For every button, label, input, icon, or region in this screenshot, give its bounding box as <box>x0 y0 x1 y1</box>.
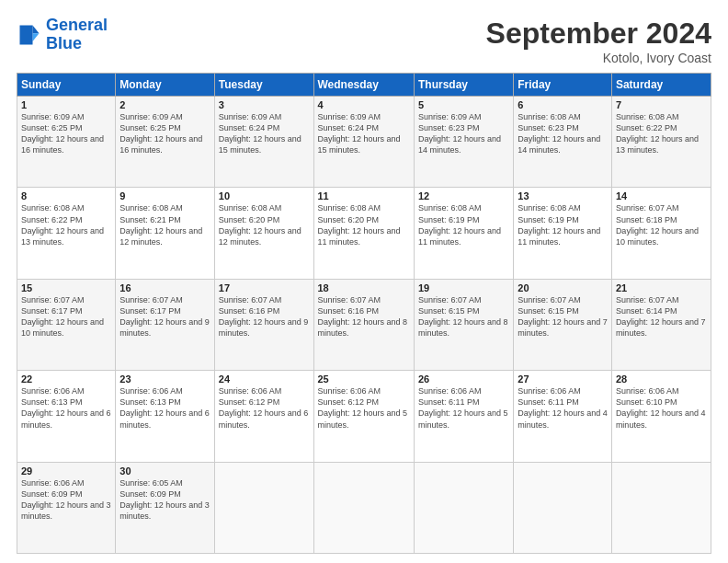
week-row-4: 22 Sunrise: 6:06 AM Sunset: 6:13 PM Dayl… <box>17 371 711 462</box>
day-cell: 27 Sunrise: 6:06 AM Sunset: 6:11 PM Dayl… <box>514 371 612 462</box>
logo-blue: Blue <box>46 34 82 52</box>
day-info: Sunrise: 6:09 AM Sunset: 6:23 PM Dayligh… <box>418 111 509 156</box>
day-number: 1 <box>21 99 111 110</box>
calendar-header: SundayMondayTuesdayWednesdayThursdayFrid… <box>17 74 711 97</box>
header-day-thursday: Thursday <box>414 74 513 97</box>
day-cell: 18 Sunrise: 6:07 AM Sunset: 6:16 PM Dayl… <box>313 279 414 370</box>
week-row-5: 29 Sunrise: 6:06 AM Sunset: 6:09 PM Dayl… <box>17 462 711 553</box>
day-info: Sunrise: 6:05 AM Sunset: 6:09 PM Dayligh… <box>119 477 210 523</box>
day-cell: 23 Sunrise: 6:06 AM Sunset: 6:13 PM Dayl… <box>116 371 214 462</box>
day-info: Sunrise: 6:08 AM Sunset: 6:22 PM Dayligh… <box>616 111 707 156</box>
day-cell: 14 Sunrise: 6:07 AM Sunset: 6:18 PM Dayl… <box>611 188 711 279</box>
day-number: 21 <box>616 282 707 293</box>
page: General Blue September 2024 Kotolo, Ivor… <box>0 0 728 563</box>
day-cell: 17 Sunrise: 6:07 AM Sunset: 6:16 PM Dayl… <box>214 279 313 370</box>
day-cell: 26 Sunrise: 6:06 AM Sunset: 6:11 PM Dayl… <box>414 371 513 462</box>
day-number: 16 <box>119 282 210 293</box>
day-cell <box>414 462 513 553</box>
day-cell <box>313 462 414 553</box>
day-number: 28 <box>616 373 707 385</box>
header-day-friday: Friday <box>514 74 612 97</box>
day-number: 9 <box>119 190 210 201</box>
header-day-sunday: Sunday <box>17 74 116 97</box>
day-cell: 12 Sunrise: 6:08 AM Sunset: 6:19 PM Dayl… <box>414 188 513 279</box>
day-info: Sunrise: 6:07 AM Sunset: 6:15 PM Dayligh… <box>418 294 509 339</box>
day-number: 15 <box>21 282 111 293</box>
day-cell: 13 Sunrise: 6:08 AM Sunset: 6:19 PM Dayl… <box>514 188 612 279</box>
day-number: 7 <box>616 99 707 110</box>
day-cell: 21 Sunrise: 6:07 AM Sunset: 6:14 PM Dayl… <box>611 279 711 370</box>
day-number: 24 <box>219 373 310 385</box>
day-info: Sunrise: 6:08 AM Sunset: 6:19 PM Dayligh… <box>418 202 509 247</box>
day-info: Sunrise: 6:06 AM Sunset: 6:10 PM Dayligh… <box>616 385 707 431</box>
week-row-2: 8 Sunrise: 6:08 AM Sunset: 6:22 PM Dayli… <box>17 188 711 279</box>
day-info: Sunrise: 6:07 AM Sunset: 6:17 PM Dayligh… <box>21 294 111 339</box>
svg-rect-2 <box>20 25 33 44</box>
title-block: September 2024 Kotolo, Ivory Coast <box>486 17 711 65</box>
day-cell: 5 Sunrise: 6:09 AM Sunset: 6:23 PM Dayli… <box>414 97 513 188</box>
day-info: Sunrise: 6:06 AM Sunset: 6:13 PM Dayligh… <box>119 385 210 431</box>
header-day-saturday: Saturday <box>611 74 711 97</box>
day-info: Sunrise: 6:09 AM Sunset: 6:24 PM Dayligh… <box>318 111 410 156</box>
day-cell: 22 Sunrise: 6:06 AM Sunset: 6:13 PM Dayl… <box>17 371 116 462</box>
day-info: Sunrise: 6:09 AM Sunset: 6:25 PM Dayligh… <box>119 111 210 156</box>
day-cell: 29 Sunrise: 6:06 AM Sunset: 6:09 PM Dayl… <box>17 462 116 553</box>
day-number: 10 <box>219 190 310 201</box>
day-number: 17 <box>219 282 310 293</box>
day-number: 20 <box>518 282 608 293</box>
day-cell: 24 Sunrise: 6:06 AM Sunset: 6:12 PM Dayl… <box>214 371 313 462</box>
day-cell: 30 Sunrise: 6:05 AM Sunset: 6:09 PM Dayl… <box>116 462 214 553</box>
calendar-body: 1 Sunrise: 6:09 AM Sunset: 6:25 PM Dayli… <box>17 97 711 554</box>
logo-icon <box>17 22 42 48</box>
day-cell: 20 Sunrise: 6:07 AM Sunset: 6:15 PM Dayl… <box>514 279 612 370</box>
day-info: Sunrise: 6:07 AM Sunset: 6:16 PM Dayligh… <box>219 294 310 339</box>
header: General Blue September 2024 Kotolo, Ivor… <box>17 17 711 65</box>
day-cell <box>611 462 711 553</box>
day-info: Sunrise: 6:09 AM Sunset: 6:25 PM Dayligh… <box>21 111 111 156</box>
day-number: 11 <box>318 190 410 201</box>
logo: General Blue <box>17 17 108 53</box>
day-info: Sunrise: 6:07 AM Sunset: 6:17 PM Dayligh… <box>119 294 210 339</box>
day-number: 23 <box>119 373 210 385</box>
day-cell: 3 Sunrise: 6:09 AM Sunset: 6:24 PM Dayli… <box>214 97 313 188</box>
logo-general: General <box>46 16 108 34</box>
day-number: 13 <box>518 190 608 201</box>
day-number: 4 <box>318 99 410 110</box>
day-info: Sunrise: 6:09 AM Sunset: 6:24 PM Dayligh… <box>219 111 310 156</box>
day-number: 2 <box>119 99 210 110</box>
day-cell: 25 Sunrise: 6:06 AM Sunset: 6:12 PM Dayl… <box>313 371 414 462</box>
day-cell: 15 Sunrise: 6:07 AM Sunset: 6:17 PM Dayl… <box>17 279 116 370</box>
day-info: Sunrise: 6:06 AM Sunset: 6:12 PM Dayligh… <box>318 385 410 431</box>
logo-text: General Blue <box>46 17 108 53</box>
day-cell: 2 Sunrise: 6:09 AM Sunset: 6:25 PM Dayli… <box>116 97 214 188</box>
day-cell: 6 Sunrise: 6:08 AM Sunset: 6:23 PM Dayli… <box>514 97 612 188</box>
day-cell: 19 Sunrise: 6:07 AM Sunset: 6:15 PM Dayl… <box>414 279 513 370</box>
subtitle: Kotolo, Ivory Coast <box>486 51 711 65</box>
header-day-monday: Monday <box>116 74 214 97</box>
day-cell: 11 Sunrise: 6:08 AM Sunset: 6:20 PM Dayl… <box>313 188 414 279</box>
day-cell: 4 Sunrise: 6:09 AM Sunset: 6:24 PM Dayli… <box>313 97 414 188</box>
day-info: Sunrise: 6:06 AM Sunset: 6:11 PM Dayligh… <box>418 385 509 431</box>
day-number: 22 <box>21 373 111 385</box>
week-row-3: 15 Sunrise: 6:07 AM Sunset: 6:17 PM Dayl… <box>17 279 711 370</box>
day-info: Sunrise: 6:08 AM Sunset: 6:22 PM Dayligh… <box>21 202 111 247</box>
day-info: Sunrise: 6:08 AM Sunset: 6:20 PM Dayligh… <box>219 202 310 247</box>
day-number: 27 <box>518 373 608 385</box>
day-number: 6 <box>518 99 608 110</box>
day-info: Sunrise: 6:06 AM Sunset: 6:13 PM Dayligh… <box>21 385 111 431</box>
week-row-1: 1 Sunrise: 6:09 AM Sunset: 6:25 PM Dayli… <box>17 97 711 188</box>
day-number: 5 <box>418 99 509 110</box>
day-info: Sunrise: 6:07 AM Sunset: 6:15 PM Dayligh… <box>518 294 608 339</box>
calendar-table: SundayMondayTuesdayWednesdayThursdayFrid… <box>17 73 711 554</box>
day-cell: 9 Sunrise: 6:08 AM Sunset: 6:21 PM Dayli… <box>116 188 214 279</box>
day-info: Sunrise: 6:08 AM Sunset: 6:19 PM Dayligh… <box>518 202 608 247</box>
day-number: 25 <box>318 373 410 385</box>
day-cell: 10 Sunrise: 6:08 AM Sunset: 6:20 PM Dayl… <box>214 188 313 279</box>
day-number: 26 <box>418 373 509 385</box>
day-cell: 16 Sunrise: 6:07 AM Sunset: 6:17 PM Dayl… <box>116 279 214 370</box>
day-number: 29 <box>21 465 111 477</box>
day-number: 30 <box>119 465 210 477</box>
header-row: SundayMondayTuesdayWednesdayThursdayFrid… <box>17 74 711 97</box>
day-info: Sunrise: 6:08 AM Sunset: 6:23 PM Dayligh… <box>518 111 608 156</box>
day-number: 14 <box>616 190 707 201</box>
